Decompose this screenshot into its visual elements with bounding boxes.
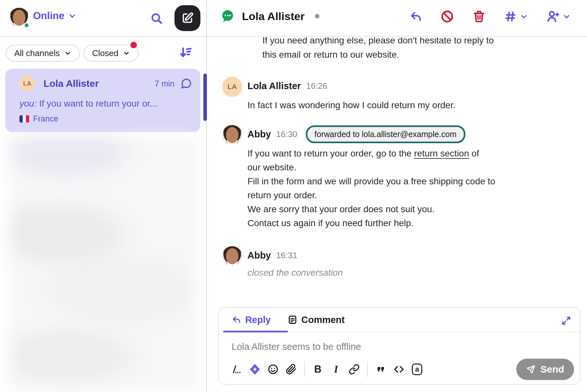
event-time: 16:31 xyxy=(276,250,297,260)
message-preview: you: If you want to return your or... xyxy=(19,98,192,109)
offline-status-dot xyxy=(315,14,319,18)
composer-tabbar: Reply Comment xyxy=(219,308,580,332)
message-list[interactable]: If you need anything else, please don't … xyxy=(207,37,587,306)
conversation-row: LA Lola Allister 7 min xyxy=(19,76,192,91)
availability-dropdown[interactable]: Online xyxy=(33,10,77,22)
sort-descending-icon xyxy=(178,45,193,60)
audio-message-button[interactable]: a xyxy=(408,362,426,377)
conversation-header: Lola Allister xyxy=(207,0,587,37)
tab-reply-label: Reply xyxy=(245,315,271,325)
smiley-icon xyxy=(268,364,279,375)
new-conversation-button[interactable] xyxy=(174,5,200,31)
attachment-button[interactable] xyxy=(282,362,300,377)
reply-composer: Reply Comment xyxy=(218,307,581,385)
state-filter-label: Closed xyxy=(92,48,118,58)
last-message-time: 7 min xyxy=(155,79,174,88)
message-line: If you need anything else, please don't … xyxy=(262,37,574,48)
message-line: We are sorry that your order does not su… xyxy=(247,202,495,216)
bold-button[interactable]: B xyxy=(309,362,327,377)
toolbar-divider xyxy=(367,362,368,377)
delete-button[interactable] xyxy=(472,10,486,23)
message-lola: LA Lola Allister 16:26 In fact I was won… xyxy=(222,77,574,112)
reply-input[interactable] xyxy=(232,337,567,356)
message-time: 16:30 xyxy=(276,129,297,139)
trash-icon xyxy=(472,10,486,23)
quote-icon xyxy=(375,364,386,375)
block-button[interactable] xyxy=(440,10,454,23)
message-segment: of xyxy=(469,148,479,158)
send-button[interactable]: Send xyxy=(516,359,574,380)
send-label: Send xyxy=(540,364,564,375)
event-conversation-closed: Abby 16:31 closed the conversation xyxy=(222,246,574,278)
conversation-list-item[interactable]: LA Lola Allister 7 min you: If you want … xyxy=(5,69,200,132)
message-author: Lola Allister xyxy=(247,81,301,91)
crisp-inbox-app: Online All channels xyxy=(0,0,587,392)
operator-avatar[interactable] xyxy=(9,8,29,28)
code-icon xyxy=(393,364,404,375)
link-button[interactable] xyxy=(345,362,363,377)
note-icon xyxy=(288,315,297,325)
message-line: Fill in the form and we will provide you… xyxy=(247,174,495,188)
message-line: Contact us again if you need further hel… xyxy=(247,216,495,230)
italic-button[interactable]: I xyxy=(327,362,345,377)
tag-menu-button[interactable] xyxy=(504,10,528,23)
message-line: this email or return to our website. xyxy=(262,48,574,62)
emoji-button[interactable] xyxy=(264,362,282,377)
contact-name: Lola Allister xyxy=(43,78,99,89)
compose-icon xyxy=(181,12,194,24)
message-segment: If you want to return your order, go to … xyxy=(247,148,414,158)
tab-reply[interactable]: Reply xyxy=(232,315,271,325)
availability-label: Online xyxy=(33,10,64,22)
event-author: Abby xyxy=(247,250,271,261)
contact-country: France xyxy=(33,114,58,123)
channels-filter-label: All channels xyxy=(14,48,60,58)
online-status-dot xyxy=(24,22,30,28)
chevron-down-icon xyxy=(68,12,77,20)
chevron-down-icon xyxy=(520,12,528,21)
contact-initials-avatar: LA xyxy=(19,76,35,91)
search-icon xyxy=(150,12,163,25)
composer-toolbar: B I xyxy=(228,358,574,380)
message-text: In fact I was wondering how I could retu… xyxy=(247,98,455,112)
channels-filter[interactable]: All channels xyxy=(6,45,80,62)
code-button[interactable] xyxy=(390,362,408,377)
agent-avatar xyxy=(222,125,242,145)
hashtag-icon xyxy=(504,10,517,23)
chevron-down-icon xyxy=(123,50,130,57)
chevron-down-icon xyxy=(64,50,71,57)
forwarded-badge: forwarded to lola.allister@example.com xyxy=(306,125,465,143)
message-text: If you want to return your order, go to … xyxy=(247,146,495,230)
france-flag-icon xyxy=(19,115,29,122)
reply-last-button[interactable] xyxy=(409,10,422,23)
expand-composer-button[interactable] xyxy=(561,316,571,326)
event-text: closed the conversation xyxy=(247,268,343,278)
chevron-down-icon xyxy=(562,12,571,21)
tab-comment[interactable]: Comment xyxy=(288,315,345,325)
paper-plane-icon xyxy=(526,364,536,374)
message-line: our website. xyxy=(247,160,495,174)
state-filter[interactable]: Closed xyxy=(84,45,138,62)
paperclip-icon xyxy=(286,364,297,375)
chat-bubble-icon xyxy=(180,78,192,89)
sidebar-header: Online xyxy=(0,0,207,37)
sort-button[interactable] xyxy=(178,45,193,60)
shortcuts-button[interactable] xyxy=(228,362,246,377)
quote-button[interactable] xyxy=(372,362,390,377)
search-button[interactable] xyxy=(150,12,163,25)
conversation-title: Lola Allister xyxy=(242,10,305,23)
message-line: If you want to return your order, go to … xyxy=(247,146,495,160)
magic-reply-button[interactable] xyxy=(246,362,264,377)
toolbar-divider xyxy=(304,362,305,377)
return-section-link[interactable]: return section xyxy=(414,148,469,158)
block-icon xyxy=(440,10,454,23)
chat-channel-icon xyxy=(221,9,235,23)
assign-menu-button[interactable] xyxy=(546,10,571,23)
preview-text: If you want to return your or... xyxy=(37,98,157,109)
expand-icon xyxy=(561,316,571,326)
filter-notification-dot xyxy=(130,42,137,48)
reply-arrow-icon xyxy=(409,10,422,23)
message-line: return your order. xyxy=(247,188,495,202)
blurred-conversation-list xyxy=(10,136,197,392)
contact-initials-avatar: LA xyxy=(222,77,242,97)
shortcut-slash-icon xyxy=(231,364,242,375)
